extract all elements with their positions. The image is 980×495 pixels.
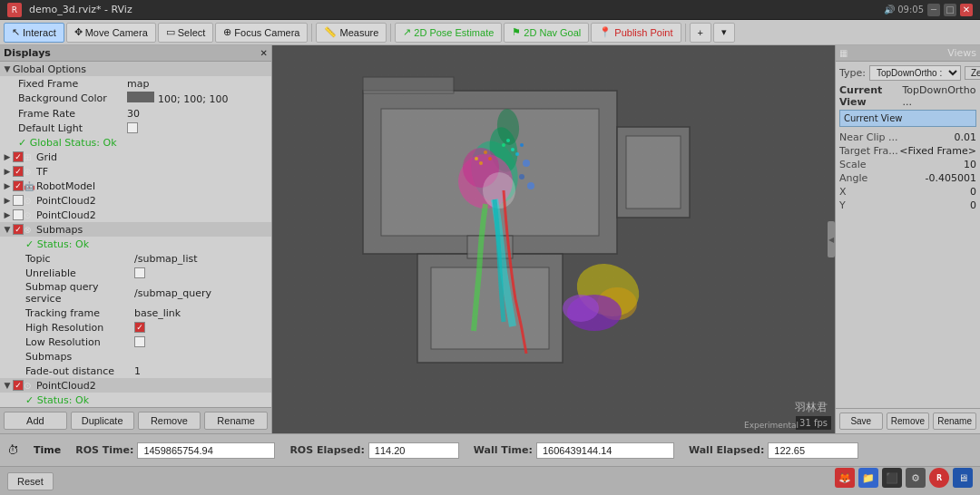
low-res-checkbox[interactable] [134,336,145,347]
views-remove-button[interactable]: Remove [887,412,930,430]
tf-row[interactable]: ▶ ✓ ⊛ TF [0,164,271,179]
taskbar-icon-1[interactable]: 🦊 [835,468,855,488]
views-header: ▦ Views [836,45,980,62]
viewport[interactable]: ◀ 31 fps 羽林君 Experimental [272,45,835,433]
scale-row: Scale 10 [839,158,976,171]
maximize-button[interactable]: □ [944,4,956,16]
tracking-frame-row[interactable]: Tracking frame base_link [0,306,271,320]
views-header-icon: ▦ [839,48,848,58]
plus-button[interactable]: + [690,23,711,43]
rviz-icon[interactable]: R [929,468,949,488]
default-light-label: Default Light [18,122,127,134]
ros-time-input[interactable] [137,442,275,459]
tf-icon: ⊛ [24,167,36,177]
x-row: X 0 [839,185,976,199]
reset-button[interactable]: Reset [7,472,54,490]
current-view-entry[interactable]: Current View [839,110,976,127]
pointcloud2-1-row[interactable]: ▶ ⊙ PointCloud2 [0,193,271,208]
remove-button[interactable]: Remove [138,412,201,430]
interact-button[interactable]: ↖ Interact [4,23,64,43]
default-light-checkbox[interactable] [127,122,138,133]
views-type-label: Type: [839,67,866,79]
svg-point-24 [484,150,487,154]
robotmodel-row[interactable]: ▶ ✓ 🤖 RobotModel [0,179,271,193]
wall-elapsed-field: Wall Elapsed: [689,442,858,459]
pc1-expand[interactable]: ▶ [2,195,13,206]
displays-content[interactable]: ▼ Global Options Fixed Frame map Backgro… [0,62,271,407]
views-content: Type: TopDownOrtho : Zero Current View T… [836,62,980,408]
pc2-expand[interactable]: ▶ [2,209,13,220]
grid-expand[interactable]: ▶ [2,151,13,162]
displays-close-icon[interactable]: ✕ [260,48,268,58]
pc1-icon: ⊙ [24,196,36,206]
duplicate-button[interactable]: Duplicate [71,412,134,430]
fade-dist-label: Fade-out distance [25,365,134,377]
tf-checkbox[interactable]: ✓ [13,166,24,177]
views-save-button[interactable]: Save [839,412,883,430]
viewport-resize-handle[interactable]: ◀ [828,221,835,257]
submaps-row[interactable]: ▼ ✓ ⊗ Submaps [0,222,271,237]
focus-camera-button[interactable]: ⊕ Focus Camera [215,23,308,43]
submap-query-row[interactable]: Submap query service /submap_query [0,280,271,306]
pc1-checkbox[interactable] [13,195,24,206]
taskbar-icon-3[interactable]: ⬛ [882,468,902,488]
robotmodel-expand[interactable]: ▶ [2,180,13,191]
nav-goal-icon: ⚑ [512,26,521,38]
taskbar-icon-2[interactable]: 📁 [858,468,878,488]
move-camera-button[interactable]: ✥ Move Camera [66,23,156,43]
high-res-label: High Resolution [25,322,134,334]
submaps-unreliable-checkbox[interactable] [134,267,145,278]
svg-point-20 [523,160,530,167]
bg-color-row[interactable]: Background Color 100; 100; 100 [0,91,271,106]
frame-rate-label: Frame Rate [18,108,127,120]
global-options-expand[interactable]: ▼ [2,63,13,74]
grid-checkbox[interactable]: ✓ [13,151,24,162]
tf-expand[interactable]: ▶ [2,166,13,177]
fixed-frame-row[interactable]: Fixed Frame map [0,76,271,91]
pc3-checkbox[interactable]: ✓ [13,380,24,391]
pc3-expand[interactable]: ▼ [2,380,13,391]
submaps-unreliable-row[interactable]: Unreliable [0,266,271,280]
measure-button[interactable]: 📏 Measure [316,23,387,43]
submaps-topic-row[interactable]: Topic /submap_list [0,251,271,266]
wall-time-input[interactable] [536,442,674,459]
taskbar-icon-4[interactable]: ⚙ [906,468,926,488]
views-type-dropdown[interactable]: TopDownOrtho : [869,65,961,81]
global-status-label: ✓ Global Status: Ok [18,137,127,149]
extra-button[interactable]: ▾ [713,23,735,43]
add-button[interactable]: Add [4,412,67,430]
views-zero-button[interactable]: Zero [965,66,980,80]
high-res-row[interactable]: High Resolution ✓ [0,320,271,335]
pointcloud2-3-row[interactable]: ▼ ✓ ⊙ PointCloud2 [0,378,271,393]
pc3-status-label: ✓ Status: Ok [25,394,134,406]
rename-button[interactable]: Rename [204,412,268,430]
topdown-label: TopDownOrtho ... [902,84,976,108]
frame-rate-row[interactable]: Frame Rate 30 [0,106,271,121]
svg-point-28 [506,139,510,142]
nav-goal-button[interactable]: ⚑ 2D Nav Goal [504,23,589,43]
views-rename-button[interactable]: Rename [933,412,976,430]
low-res-row[interactable]: Low Resolution [0,335,271,349]
select-button[interactable]: ▭ Select [158,23,214,43]
publish-point-button[interactable]: 📍 Publish Point [591,23,681,43]
default-light-row[interactable]: Default Light [0,121,271,135]
fade-dist-row[interactable]: Fade-out distance 1 [0,364,271,378]
x-label: X [839,186,847,198]
robotmodel-checkbox[interactable]: ✓ [13,180,24,191]
wall-elapsed-input[interactable] [768,442,858,459]
ros-elapsed-input[interactable] [368,442,459,459]
high-res-checkbox[interactable]: ✓ [134,322,145,333]
pointcloud2-2-row[interactable]: ▶ ⊙ PointCloud2 [0,208,271,222]
taskbar-icon-5[interactable]: 🖥 [953,468,973,488]
submaps-expand[interactable]: ▼ [2,224,13,235]
bottom-bar: Reset 🦊 📁 ⬛ ⚙ R 🖥 [0,466,980,495]
submaps-checkbox[interactable]: ✓ [13,224,24,235]
pc1-label: PointCloud2 [36,195,96,207]
minimize-button[interactable]: ─ [927,4,940,16]
close-button[interactable]: ✕ [960,4,973,16]
pc2-checkbox[interactable] [13,209,24,220]
pose-estimate-button[interactable]: ↗ 2D Pose Estimate [395,23,502,43]
global-options-row[interactable]: ▼ Global Options [0,62,271,76]
grid-row[interactable]: ▶ ✓ ⊞ Grid [0,150,271,164]
titlebar-controls: 🔊 09:05 ─ □ ✕ [884,4,973,16]
